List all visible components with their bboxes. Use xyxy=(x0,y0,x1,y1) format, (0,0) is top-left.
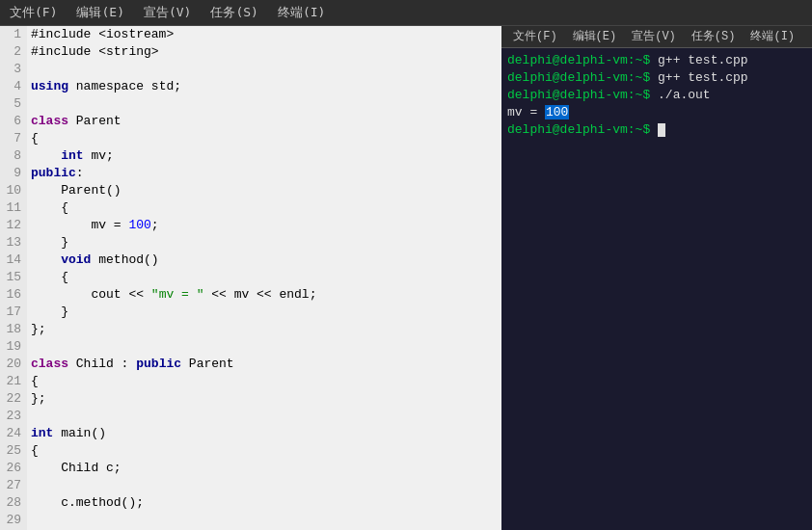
syntax-token: using xyxy=(31,79,68,93)
line-number: 10 xyxy=(0,182,27,199)
code-line: 27 xyxy=(0,477,501,494)
terminal-command: ./a.out xyxy=(658,88,711,102)
code-line: 7{ xyxy=(0,130,501,147)
terminal-prompt: delphi@delphi-vm:~$ xyxy=(507,122,658,137)
line-number: 17 xyxy=(0,304,27,321)
code-line: 17 } xyxy=(0,304,501,321)
syntax-token: void xyxy=(61,252,91,267)
code-line: 24int main() xyxy=(0,425,501,442)
line-content: int main() xyxy=(27,425,501,442)
line-content: { xyxy=(27,442,501,460)
line-number: 23 xyxy=(0,408,27,425)
line-content: Child c; xyxy=(27,460,501,477)
syntax-token: 100 xyxy=(128,218,150,232)
line-content: { xyxy=(27,269,501,286)
code-line: 15 { xyxy=(0,269,501,286)
line-content xyxy=(27,408,501,425)
line-number: 28 xyxy=(0,494,27,512)
line-number: 25 xyxy=(0,442,27,460)
menu-item[interactable]: 终端(I) xyxy=(268,2,335,23)
code-line: 9public: xyxy=(0,165,501,182)
menu-item[interactable]: 编辑(E) xyxy=(67,2,133,23)
line-number: 29 xyxy=(0,512,27,529)
line-number: 7 xyxy=(0,130,27,147)
terminal-line: delphi@delphi-vm:~$ g++ test.cpp xyxy=(507,69,806,87)
terminal-titlebar: 文件(F)编辑(E)宣告(V)任务(S)终端(I) xyxy=(501,26,812,48)
terminal-cursor xyxy=(658,123,665,137)
line-content: cout << "mv = " << mv << endl; xyxy=(27,286,501,304)
syntax-token: class xyxy=(31,114,68,128)
code-line: 1#include <iostream> xyxy=(0,26,501,43)
line-number: 26 xyxy=(0,460,27,477)
line-number: 22 xyxy=(0,390,27,408)
terminal-line: delphi@delphi-vm:~$ g++ test.cpp xyxy=(507,52,806,69)
line-content xyxy=(27,512,501,529)
code-line: 13 } xyxy=(0,234,501,252)
line-number: 3 xyxy=(0,61,27,78)
menu-item[interactable]: 文件(F) xyxy=(0,2,67,23)
line-number: 6 xyxy=(0,113,27,130)
line-content: #include <string> xyxy=(27,43,501,61)
line-number: 16 xyxy=(0,286,27,304)
terminal-prompt: delphi@delphi-vm:~$ xyxy=(507,88,658,102)
syntax-token: "mv = " xyxy=(151,287,204,302)
line-content: int mv; xyxy=(27,147,501,165)
terminal-command: g++ test.cpp xyxy=(658,70,748,85)
terminal-prompt: delphi@delphi-vm:~$ xyxy=(507,70,658,85)
line-number: 2 xyxy=(0,43,27,61)
line-content: #include <iostream> xyxy=(27,26,501,43)
line-content: void method() xyxy=(27,252,501,269)
line-content: public: xyxy=(27,165,501,182)
line-content: }; xyxy=(27,390,501,408)
line-content: Parent() xyxy=(27,182,501,199)
terminal-highlight: 100 xyxy=(545,105,569,119)
code-line: 6class Parent xyxy=(0,113,501,130)
line-content xyxy=(27,61,501,78)
syntax-token: class xyxy=(31,357,68,371)
syntax-token: public xyxy=(136,357,181,371)
code-line: 29 xyxy=(0,512,501,529)
syntax-token: int xyxy=(31,426,53,440)
line-content: } xyxy=(27,304,501,321)
line-content: using namespace std; xyxy=(27,78,501,95)
terminal-command: g++ test.cpp xyxy=(658,53,748,67)
line-content: class Child : public Parent xyxy=(27,356,501,373)
line-content: { xyxy=(27,373,501,390)
code-line: 16 cout << "mv = " << mv << endl; xyxy=(0,286,501,304)
code-line: 5 xyxy=(0,95,501,113)
line-number: 24 xyxy=(0,425,27,442)
code-line: 28 c.method(); xyxy=(0,494,501,512)
terminal-content: delphi@delphi-vm:~$ g++ test.cppdelphi@d… xyxy=(501,48,812,530)
line-number: 21 xyxy=(0,373,27,390)
terminal-menu-item[interactable]: 编辑(E) xyxy=(565,28,625,45)
code-line: 26 Child c; xyxy=(0,460,501,477)
code-line: 3 xyxy=(0,61,501,78)
line-number: 12 xyxy=(0,217,27,234)
line-content xyxy=(27,95,501,113)
syntax-token: int xyxy=(61,148,83,163)
terminal-line: delphi@delphi-vm:~$ xyxy=(507,121,806,139)
terminal-line: mv = 100 xyxy=(507,104,806,121)
terminal-prompt: delphi@delphi-vm:~$ xyxy=(507,53,658,67)
line-number: 20 xyxy=(0,356,27,373)
code-line: 14 void method() xyxy=(0,252,501,269)
terminal-menu-item[interactable]: 宣告(V) xyxy=(624,28,684,45)
editor-pane: 1#include <iostream>2#include <string>3 … xyxy=(0,26,501,530)
menu-item[interactable]: 宣告(V) xyxy=(134,2,201,23)
terminal-line: delphi@delphi-vm:~$ ./a.out xyxy=(507,87,806,104)
terminal-menu-item[interactable]: 任务(S) xyxy=(684,28,744,45)
code-line: 4using namespace std; xyxy=(0,78,501,95)
terminal-menu-item[interactable]: 文件(F) xyxy=(505,28,565,45)
syntax-token: public xyxy=(31,166,76,180)
code-line: 23 xyxy=(0,408,501,425)
line-content: class Parent xyxy=(27,113,501,130)
code-line: 8 int mv; xyxy=(0,147,501,165)
code-line: 2#include <string> xyxy=(0,43,501,61)
line-content: mv = 100; xyxy=(27,217,501,234)
menu-bar: 文件(F)编辑(E)宣告(V)任务(S)终端(I) xyxy=(0,0,812,26)
code-line: 10 Parent() xyxy=(0,182,501,199)
terminal-menu-item[interactable]: 终端(I) xyxy=(743,28,802,45)
code-line: 12 mv = 100; xyxy=(0,217,501,234)
line-content: } xyxy=(27,234,501,252)
menu-item[interactable]: 任务(S) xyxy=(201,2,267,23)
